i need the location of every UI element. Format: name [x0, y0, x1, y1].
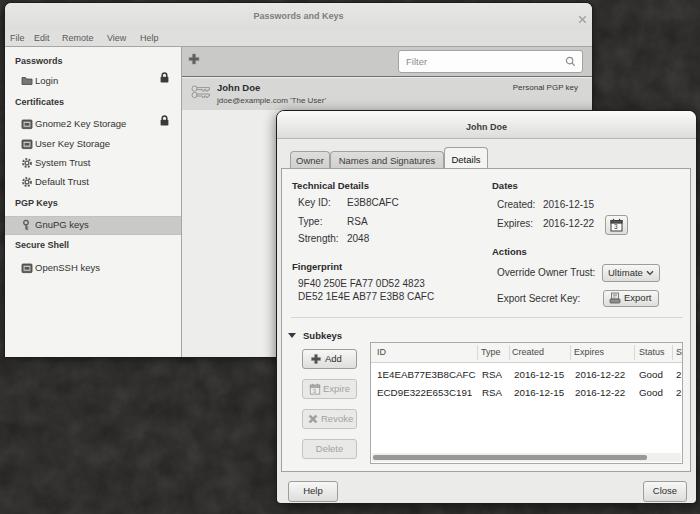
svg-text:3: 3 — [614, 223, 618, 230]
